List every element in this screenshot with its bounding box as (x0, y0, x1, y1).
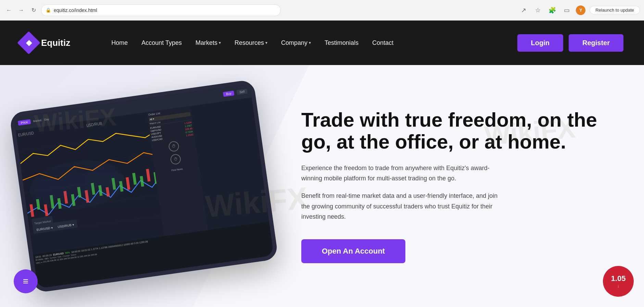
browser-chrome: ← → ↻ 🔒 equitiz.co/index.html ↗ ☆ 🧩 ▭ Y … (0, 0, 644, 21)
nav-item-company[interactable]: Company ▾ (281, 39, 311, 47)
ts-buy-btn[interactable]: Buy (223, 90, 234, 97)
chat-bubble[interactable]: ≡ (14, 269, 38, 293)
position-mbo: MBO ▾ (36, 261, 42, 264)
hero-tablet: Price Market Day Buy Sell (14, 95, 288, 277)
chat-icon: ≡ (23, 276, 28, 287)
nav-link-home[interactable]: Home (111, 39, 128, 47)
lock-icon: 🔒 (46, 8, 51, 13)
svg-text:EUR/USD: EUR/USD (18, 130, 34, 137)
nav-item-contact[interactable]: Contact (372, 39, 393, 47)
register-button[interactable]: Register (569, 34, 623, 52)
nav-item-home[interactable]: Home (111, 39, 128, 47)
browser-actions: ↗ ☆ 🧩 ▭ Y Relaunch to update (518, 5, 640, 15)
nav-link-account-types[interactable]: Account Types (141, 39, 182, 47)
ts-sell-btn[interactable]: Sell (237, 89, 248, 95)
trading-screen: Price Market Day Buy Sell (14, 84, 274, 289)
tablet-icon[interactable]: ▭ (561, 5, 572, 15)
ticker-percent: 90% (65, 251, 70, 254)
logo-diamond: ◆ (17, 31, 40, 54)
hero-title: Trade with true freedom, on the go, at t… (301, 109, 617, 153)
nav-link-contact[interactable]: Contact (372, 39, 393, 47)
nav-link-markets[interactable]: Markets ▾ (195, 39, 221, 47)
back-button[interactable]: ← (4, 5, 14, 15)
logo-diamond-icon: ◆ (26, 38, 32, 47)
clock-2: ⏱ (170, 153, 181, 165)
ticker-time: 18:01 (35, 255, 41, 258)
tablet-screen: Price Market Day Buy Sell (14, 84, 274, 289)
address-bar[interactable]: 🔒 equitiz.co/index.html (41, 4, 281, 16)
share-icon[interactable]: ↗ (518, 5, 529, 15)
url-text: equitiz.co/index.html (54, 8, 97, 13)
logo-link[interactable]: ◆ Equitiz (21, 35, 70, 51)
avatar[interactable]: Y (576, 5, 585, 15)
symbol-label: Symbol (50, 256, 57, 259)
nav-link-resources[interactable]: Resources ▾ (235, 39, 267, 47)
login-button[interactable]: Login (517, 34, 563, 52)
clock-area: ⏱ ⏱ First News (152, 138, 198, 174)
nav-links: Home Account Types Markets ▾ Resources ▾… (111, 39, 393, 47)
nav-link-company[interactable]: Company ▾ (281, 39, 311, 47)
price-ticker: 1.05 ↓ (603, 266, 634, 297)
ts-tab-price: Price (18, 119, 31, 126)
nav-item-testimonials[interactable]: Testimonials (325, 39, 358, 47)
tablet-frame: Price Market Day Buy Sell (9, 79, 279, 293)
refresh-button[interactable]: ↻ (29, 5, 38, 15)
first-news-label: First News (171, 167, 183, 171)
price-ticker-inner: 1.05 ↓ (611, 274, 626, 289)
nav-item-markets[interactable]: Markets ▾ (195, 39, 221, 47)
hero-desc1: Experience the freedom to trade from any… (301, 163, 507, 184)
company-chevron-icon: ▾ (309, 40, 311, 45)
svg-rect-22 (140, 176, 144, 187)
clock-1: ⏱ (168, 140, 180, 152)
logo-text: Equitiz (41, 38, 70, 48)
ts-main-chart: EUR/USD USD/RUB Maret Depth Order List A… (16, 106, 208, 254)
extensions-icon[interactable]: 🧩 (547, 5, 557, 15)
hero-content: Trade with true freedom, on the go, at t… (288, 88, 644, 284)
nav-item-resources[interactable]: Resources ▾ (235, 39, 267, 47)
ts-day-label: Day (44, 117, 49, 121)
resources-chevron-icon: ▾ (265, 40, 267, 45)
svg-text:USD/RUB: USD/RUB (86, 121, 102, 127)
hero-desc2: Benefit from real-time market data and a… (301, 191, 507, 222)
svg-rect-21 (132, 172, 137, 184)
star-icon[interactable]: ☆ (533, 5, 543, 15)
change-label: Change (62, 254, 70, 257)
open-account-button[interactable]: Open An Account (301, 239, 405, 263)
markets-chevron-icon: ▾ (219, 40, 221, 45)
price-ticker-arrow: ↓ (611, 283, 626, 289)
nav-item-account-types[interactable]: Account Types (141, 39, 182, 47)
nav-actions: Login Register (517, 34, 623, 52)
navbar: ◆ Equitiz Home Account Types Markets ▾ R… (0, 21, 644, 65)
sale-label: Sale (57, 255, 62, 258)
nav-link-testimonials[interactable]: Testimonials (325, 39, 358, 47)
ts-market-label: Market (33, 118, 41, 123)
relaunch-button[interactable]: Relaunch to update (590, 6, 640, 14)
hero-section: WikiFX WikiFX WikiFX Price Market Day Bu… (0, 65, 644, 307)
price-ticker-value: 1.05 (611, 274, 626, 283)
forward-button[interactable]: → (16, 5, 26, 15)
status-label: Status (71, 253, 77, 256)
